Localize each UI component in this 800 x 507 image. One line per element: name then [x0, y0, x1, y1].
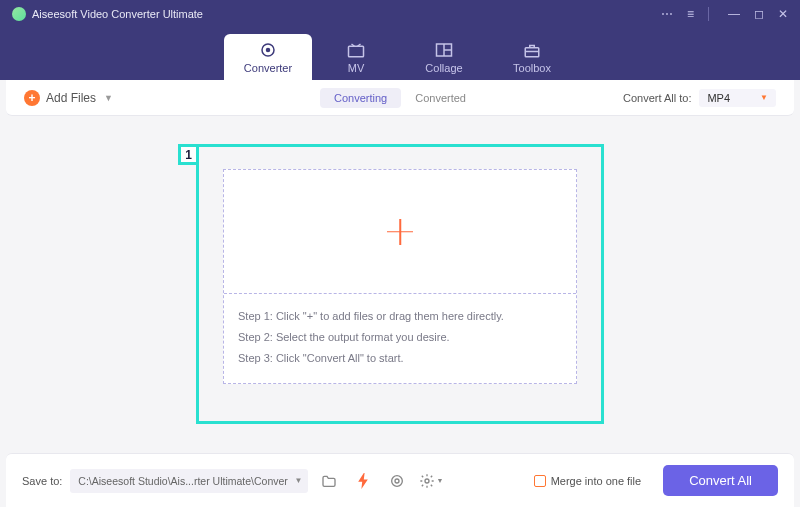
format-value: MP4 [707, 92, 730, 104]
add-files-label: Add Files [46, 91, 96, 105]
tab-converting[interactable]: Converting [320, 88, 401, 108]
tab-converted[interactable]: Converted [401, 88, 480, 108]
annotation-badge: 1 [178, 144, 199, 165]
plus-icon: + [24, 90, 40, 106]
browse-folder-button[interactable] [316, 470, 342, 492]
chevron-down-icon: ▼ [294, 476, 302, 485]
svg-point-10 [425, 479, 429, 483]
dropzone[interactable]: Step 1: Click "+" to add files or drag t… [223, 169, 577, 384]
tab-mv[interactable]: MV [312, 34, 400, 80]
convert-all-button[interactable]: Convert All [663, 465, 778, 496]
chevron-down-icon: ▼ [760, 93, 768, 102]
tab-collage[interactable]: Collage [400, 34, 488, 80]
high-speed-button[interactable] [384, 470, 410, 492]
dropzone-add-area[interactable] [224, 170, 576, 294]
annotation-box: 1 Step 1: Click "+" to add files or drag… [196, 144, 604, 424]
svg-point-1 [267, 48, 270, 51]
step-2: Step 2: Select the output format you des… [238, 327, 562, 348]
chevron-down-icon: ▼ [104, 93, 113, 103]
merge-checkbox[interactable]: Merge into one file [534, 475, 642, 487]
settings-button[interactable]: ▼ [418, 470, 444, 492]
menu-icon[interactable]: ≡ [687, 8, 694, 20]
save-to-label: Save to: [22, 475, 62, 487]
toolbar: + Add Files ▼ Converting Converted Conve… [6, 80, 794, 116]
add-plus-icon [387, 219, 413, 245]
mv-icon [347, 41, 365, 59]
checkbox-icon [534, 475, 546, 487]
output-format-dropdown[interactable]: MP4 ▼ [699, 89, 776, 107]
main-tabs: Converter MV Collage Toolbox [0, 28, 800, 80]
merge-label: Merge into one file [551, 475, 642, 487]
maximize-icon[interactable]: ◻ [754, 8, 764, 20]
feedback-icon[interactable]: ⋯ [661, 8, 673, 20]
step-3: Step 3: Click "Convert All" to start. [238, 348, 562, 369]
tab-toolbox[interactable]: Toolbox [488, 34, 576, 80]
instruction-steps: Step 1: Click "+" to add files or drag t… [224, 294, 576, 383]
footer: Save to: C:\Aiseesoft Studio\Ais...rter … [6, 453, 794, 507]
tab-label: MV [348, 62, 365, 74]
close-icon[interactable]: ✕ [778, 8, 788, 20]
save-path-dropdown[interactable]: C:\Aiseesoft Studio\Ais...rter Ultimate\… [70, 469, 308, 493]
status-tabs: Converting Converted [320, 88, 480, 108]
toolbox-icon [523, 41, 541, 59]
app-title: Aiseesoft Video Converter Ultimate [32, 8, 203, 20]
logo-icon [12, 7, 26, 21]
add-files-button[interactable]: + Add Files ▼ [24, 90, 113, 106]
collage-icon [435, 41, 453, 59]
window-controls: ⋯ ≡ — ◻ ✕ [661, 7, 788, 21]
chevron-down-icon: ▼ [436, 477, 443, 484]
tab-label: Toolbox [513, 62, 551, 74]
divider [708, 7, 714, 21]
gpu-accel-button[interactable] [350, 470, 376, 492]
convert-to-label: Convert All to: [623, 92, 691, 104]
minimize-icon[interactable]: — [728, 8, 740, 20]
convert-all-to: Convert All to: MP4 ▼ [623, 89, 776, 107]
svg-rect-2 [349, 46, 364, 57]
svg-point-8 [392, 475, 403, 486]
tab-label: Collage [425, 62, 462, 74]
step-1: Step 1: Click "+" to add files or drag t… [238, 306, 562, 327]
titlebar: Aiseesoft Video Converter Ultimate ⋯ ≡ —… [0, 0, 800, 28]
workspace: 1 Step 1: Click "+" to add files or drag… [0, 116, 800, 453]
tab-converter[interactable]: Converter [224, 34, 312, 80]
save-path-value: C:\Aiseesoft Studio\Ais...rter Ultimate\… [78, 475, 288, 487]
svg-point-9 [395, 479, 399, 483]
tab-label: Converter [244, 62, 292, 74]
converter-icon [259, 41, 277, 59]
app-logo: Aiseesoft Video Converter Ultimate [12, 7, 203, 21]
